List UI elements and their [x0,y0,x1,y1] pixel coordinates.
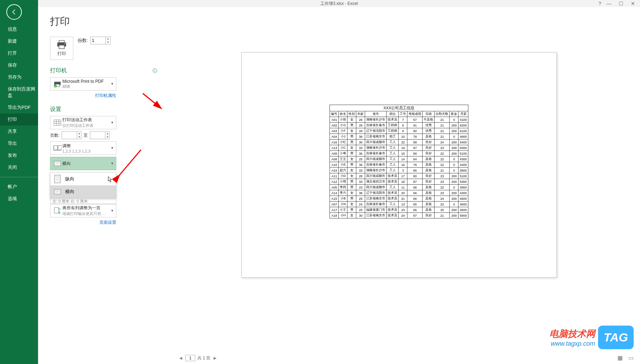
orientation-menu: 纵向 横向 [50,172,116,198]
page-range-row: 页数: ▲▼ 至 ▲▼ [50,131,116,139]
preview-data-row: A17小王男25福建省厦门市技术员2366及格252004600 [330,207,468,213]
page-to-spinner[interactable]: ▲▼ [90,131,110,139]
svg-rect-29 [54,208,59,213]
sidebar-item-close[interactable]: 关闭 [0,161,38,173]
preview-header-cell: 年龄 [356,111,365,117]
copies-spinner[interactable]: ▲▼ [90,37,111,44]
page-landscape-icon [54,187,61,196]
svg-rect-25 [54,189,61,194]
preview-table-title: XXX公司员工信息 [330,105,468,111]
printer-dropdown[interactable]: Microsoft Print to PDF 就绪 ▼ [50,77,116,91]
sidebar-item-save[interactable]: 保存 [0,59,38,71]
preview-header-row: 编号姓名性别年龄省市岗位工号考核成绩等级出勤天数奖金月薪 [330,111,468,117]
sidebar-item-info[interactable]: 信息 [0,23,38,35]
sidebar-item-new[interactable]: 新建 [0,35,38,47]
chevron-down-icon: ▼ [111,209,114,212]
svg-rect-15 [58,146,62,150]
sidebar-item-export[interactable]: 导出 [0,137,38,149]
copies-input[interactable] [91,37,105,44]
window-title: 工作簿3.xlsx - Excel [320,1,358,7]
preview-data-row: A09小韦男36吉林省长春市工人1580良好222005100 [330,151,468,156]
preview-data-row: A11小D女28四川省成都市技术员1780良好232005100 [330,173,468,179]
spinner-up[interactable]: ▲ [106,37,110,41]
collate-icon [53,145,62,151]
orientation-portrait-option[interactable]: 纵向 [50,173,116,185]
preview-data-row: A12小明男33湖北省武汉市技术员1887良好232005300 [330,179,468,185]
svg-rect-16 [54,161,61,166]
preview-header-cell: 姓名 [339,111,347,117]
page-setup-link[interactable]: 页面设置 [50,220,116,226]
page-from-input[interactable] [62,132,77,139]
sidebar-item-saveas[interactable]: 另存为 [0,71,38,83]
preview-data-row: A01小张女26湖南省长沙市技术员757不及格2104100 [330,117,468,123]
page-to-input[interactable] [90,132,105,139]
window-controls: — ☐ ✕ [605,1,640,6]
backstage-content: 打印 打印 份数: ▲▼ 打印机 [38,7,640,364]
zoom-to-page-button[interactable]: ▭ [628,354,634,361]
close-icon[interactable]: ✕ [629,1,636,6]
print-what-dropdown[interactable]: 打印活动工作表 仅打印活动工作表 ▼ [50,116,116,129]
preview-header-cell: 月薪 [459,111,468,117]
orientation-selected: 横向 [62,161,111,167]
sidebar-item-options[interactable]: 选项 [0,193,38,205]
watermark-line2: www.tagxp.com [549,340,595,347]
minimize-icon[interactable]: — [605,1,613,6]
preview-header-cell: 出勤天数 [435,111,450,117]
preview-data-row: A18小H女30江苏省南京市技术员2487良好212005900 [330,213,468,218]
preview-data-row: A07小N女24吉林省长春市工人1365及格2204600 [330,202,468,207]
preview-header-cell: 考核成绩 [407,111,423,117]
sidebar-item-exportpdf[interactable]: 导出为PDF [0,101,38,113]
preview-header-cell: 工号 [399,111,407,117]
back-button[interactable] [6,4,22,20]
preview-data-row: A13小C女33湖南省长沙市工人1987良好232005000 [330,145,468,151]
info-icon[interactable]: ⓘ [153,68,157,74]
preview-data-row: A10小E男36吉林省长春市工人1679及格2204400 [330,162,468,168]
chevron-down-icon: ▼ [111,162,114,165]
sidebar-item-baidu[interactable]: 保存到百度网盘 [0,83,38,101]
page-number-input[interactable] [185,355,195,361]
sidebar-item-print[interactable]: 打印 [0,113,38,125]
chevron-down-icon: ▼ [111,121,114,124]
print-button[interactable]: 打印 [50,37,73,60]
preview-data-row: A04小J男36江苏省南京市助工1078及格2104900 [330,134,468,140]
sidebar-divider [0,177,38,177]
sidebar-item-share[interactable]: 共享 [0,125,38,137]
collate-dropdown[interactable]: 调整 1,2,3 1,2,3 1,2,3 ▼ [50,141,116,155]
sidebar-item-open[interactable]: 打开 [0,47,38,59]
page-portrait-icon [54,175,61,183]
preview-header-cell: 编号 [330,111,339,117]
svg-rect-0 [59,40,64,42]
printer-properties-link[interactable]: 打印机属性 [50,93,116,99]
svg-rect-7 [54,120,61,125]
orientation-landscape-option[interactable]: 横向 [50,185,116,198]
printer-name: Microsoft Print to PDF [62,79,111,84]
watermark: 电脑技术网 www.tagxp.com TAG [549,326,634,349]
preview-data-row: A15小B男25江苏省南京市技术员2166及格242004600 [330,196,468,202]
copies-row: 份数: ▲▼ [78,37,111,44]
help-icon[interactable]: ? [598,1,601,6]
sidebar-item-publish[interactable]: 发布 [0,149,38,161]
page-navigator: ◄ 共 1 页 ► [178,355,217,361]
printer-icon [56,40,67,49]
backstage-sidebar: 信息 新建 打开 保存 另存为 保存到百度网盘 导出为PDF 打印 共享 导出 … [0,0,38,364]
watermark-tag: TAG [598,326,634,349]
preview-data-row: A03小F女28辽宁省沈阳市工程师990优秀212006100 [330,128,468,134]
printer-ready-icon [53,80,62,87]
preview-page: XXX公司员工信息 编号姓名性别年龄省市岗位工号考核成绩等级出勤天数奖金月薪 A… [241,52,557,278]
preview-data-row: A24赵六女33湖南省长沙市工人366及格2103900 [330,168,468,173]
scaling-dropdown[interactable]: 将所有列调整为一页 缩减打印输出使其只有… ▼ [50,204,116,217]
spinner-down[interactable]: ▼ [106,41,110,44]
maximize-icon[interactable]: ☐ [617,1,624,6]
page-from-spinner[interactable]: ▲▼ [62,131,81,139]
orientation-dropdown[interactable]: 横向 ▼ [50,157,116,170]
printer-status: 就绪 [62,84,111,89]
show-margins-button[interactable]: ▦ [617,354,623,361]
next-page-button[interactable]: ► [213,355,217,361]
copies-label: 份数: [78,37,88,44]
preview-header-cell: 省市 [365,111,387,117]
fit-columns-icon [53,207,62,215]
sidebar-item-account[interactable]: 帐户 [0,181,38,193]
preview-header-cell: 等级 [423,111,435,117]
prev-page-button[interactable]: ◄ [178,355,183,361]
page-landscape-icon [53,159,62,168]
